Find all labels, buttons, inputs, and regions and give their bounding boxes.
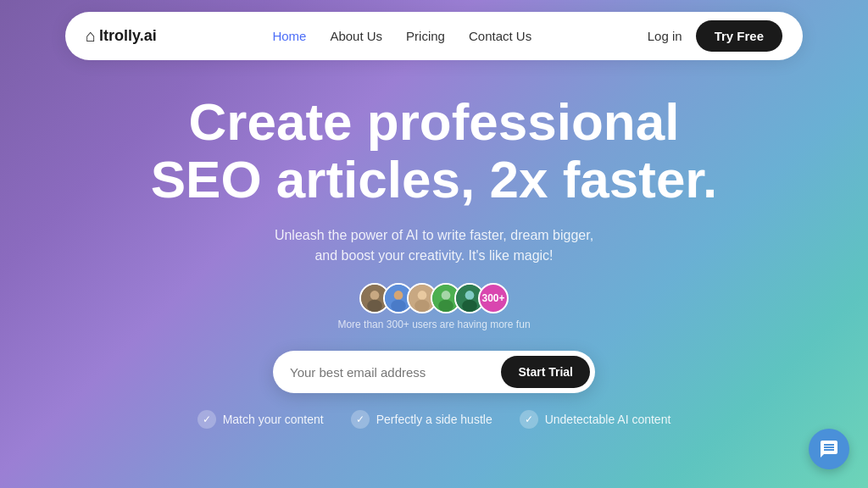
check-icon-3: ✓ [520,410,538,429]
feature-2: ✓ Perfectly a side hustle [351,410,492,429]
logo-icon: ⌂ [86,26,96,46]
svg-point-14 [462,300,477,312]
email-input[interactable] [290,365,501,380]
avatars-row: 300+ [359,283,509,313]
try-free-button[interactable]: Try Free [696,20,782,52]
svg-point-2 [367,300,382,312]
feature-1: ✓ Match your content [198,410,324,429]
svg-point-13 [465,291,475,300]
avatar-count: 300+ [478,283,509,313]
start-trial-button[interactable]: Start Trial [501,356,590,388]
login-button[interactable]: Log in [648,29,682,43]
svg-point-4 [394,291,403,300]
hero-section: Create professional SEO articles, 2x fas… [0,0,868,488]
feature-label-3: Undetectable AI content [545,413,671,426]
check-icon-2: ✓ [351,410,370,429]
nav-actions: Log in Try Free [648,20,782,52]
hero-subtitle: Unleash the power of AI to write faster,… [269,225,599,266]
nav-pricing[interactable]: Pricing [406,29,445,43]
feature-label-1: Match your content [223,413,324,426]
avatars-caption: More than 300+ users are having more fun [337,319,530,330]
feature-label-2: Perfectly a side hustle [376,413,492,426]
logo: ⌂ ltrolly.ai [86,26,157,46]
nav-about[interactable]: About Us [330,29,382,43]
svg-point-5 [391,300,406,312]
logo-text: ltrolly.ai [99,27,157,45]
svg-point-1 [370,291,380,300]
hero-title-line1: Create professional [189,92,680,151]
nav-home[interactable]: Home [272,29,306,43]
email-input-row: Start Trial [273,351,595,393]
chat-bubble[interactable] [809,429,849,469]
hero-title: Create professional SEO articles, 2x fas… [151,93,718,208]
svg-point-7 [418,291,427,300]
feature-3: ✓ Undetectable AI content [520,410,671,429]
check-icon-1: ✓ [198,410,216,429]
navbar: ⌂ ltrolly.ai Home About Us Pricing Conta… [65,12,803,60]
hero-title-line2: SEO articles, 2x faster. [151,150,718,208]
nav-links: Home About Us Pricing Contact Us [272,29,531,43]
nav-contact[interactable]: Contact Us [469,29,531,43]
svg-point-8 [415,300,430,312]
svg-point-10 [442,291,451,300]
features-row: ✓ Match your content ✓ Perfectly a side … [198,410,671,429]
svg-point-11 [438,300,453,312]
